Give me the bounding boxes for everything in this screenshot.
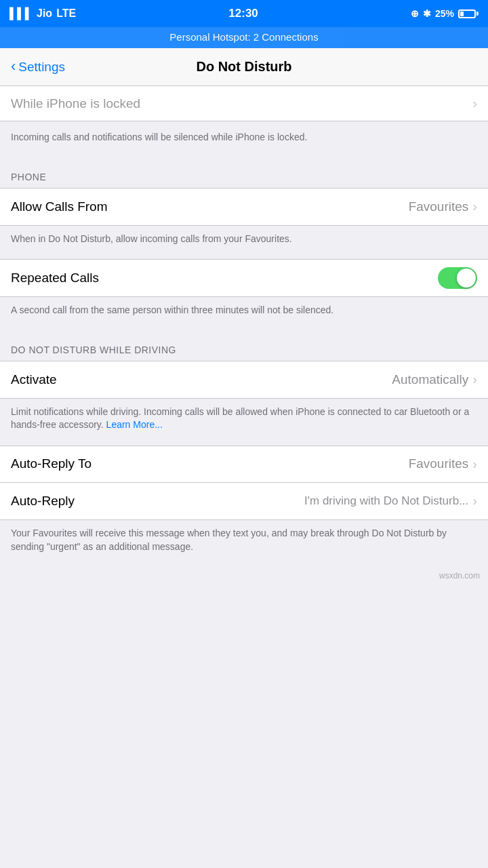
allow-calls-description: When in Do Not Disturb, allow incoming c… <box>0 226 488 260</box>
auto-reply-to-chevron-icon: › <box>472 456 477 472</box>
auto-reply-row[interactable]: Auto-Reply I'm driving with Do Not Distu… <box>0 483 488 519</box>
auto-reply-to-label: Auto-Reply To <box>11 456 92 471</box>
activate-label: Activate <box>11 372 57 387</box>
carrier-label: Jio <box>37 7 52 20</box>
phone-section-header: PHONE <box>0 158 488 188</box>
activate-group: Activate Automatically › <box>0 361 488 399</box>
nav-bar: ‹ Settings Do Not Disturb <box>0 48 488 86</box>
while-iphone-locked-row[interactable]: While iPhone is locked › <box>0 86 488 121</box>
back-button[interactable]: ‹ Settings <box>11 59 65 75</box>
repeated-calls-row: Repeated Calls <box>0 260 488 296</box>
auto-reply-to-row[interactable]: Auto-Reply To Favourites › <box>0 446 488 483</box>
auto-reply-chevron-icon: › <box>472 493 477 509</box>
battery-percent: 25% <box>435 8 454 19</box>
while-locked-label: While iPhone is locked <box>11 96 140 111</box>
hotspot-bar: Personal Hotspot: 2 Connections <box>0 27 488 48</box>
toggle-knob <box>457 269 476 288</box>
bluetooth-icon: ✱ <box>423 8 431 19</box>
while-locked-chevron-icon: › <box>472 96 477 111</box>
status-time: 12:30 <box>228 7 258 20</box>
activate-value: Automatically › <box>392 372 477 387</box>
allow-calls-group: Allow Calls From Favourites › <box>0 188 488 226</box>
locked-description: Incoming calls and notifications will be… <box>0 121 488 158</box>
repeated-calls-toggle[interactable] <box>438 267 477 289</box>
activate-row[interactable]: Activate Automatically › <box>0 361 488 398</box>
network-type: LTE <box>56 7 76 20</box>
allow-calls-from-value: Favourites › <box>409 199 477 214</box>
learn-more-link[interactable]: Learn More... <box>106 419 163 430</box>
battery-icon <box>458 9 479 18</box>
allow-calls-chevron-icon: › <box>472 199 477 214</box>
auto-reply-value: I'm driving with Do Not Disturb... › <box>304 493 477 509</box>
auto-reply-label: Auto-Reply <box>11 494 75 509</box>
driving-section-header: DO NOT DISTURB WHILE DRIVING <box>0 331 488 361</box>
watermark: wsxdn.com <box>0 567 488 585</box>
back-label: Settings <box>18 60 65 75</box>
status-right: ⊕ ✱ 25% <box>411 8 479 19</box>
settings-content: While iPhone is locked › Incoming calls … <box>0 86 488 585</box>
auto-reply-description: Your Favourites will receive this messag… <box>0 520 488 567</box>
back-chevron-icon: ‹ <box>11 58 16 75</box>
repeated-calls-group: Repeated Calls <box>0 259 488 297</box>
auto-reply-to-value: Favourites › <box>409 456 477 472</box>
page-title: Do Not Disturb <box>196 59 291 75</box>
activate-chevron-icon: › <box>472 372 477 387</box>
auto-reply-group: Auto-Reply To Favourites › Auto-Reply I'… <box>0 446 488 520</box>
repeated-calls-description: A second call from the same person withi… <box>0 297 488 331</box>
location-icon: ⊕ <box>411 8 419 19</box>
allow-calls-from-row[interactable]: Allow Calls From Favourites › <box>0 189 488 225</box>
status-left: ▌▌▌ Jio LTE <box>9 7 76 20</box>
status-bar: ▌▌▌ Jio LTE 12:30 ⊕ ✱ 25% <box>0 0 488 27</box>
driving-description: Limit notifications while driving. Incom… <box>0 399 488 446</box>
repeated-calls-label: Repeated Calls <box>11 271 99 285</box>
signal-bars: ▌▌▌ <box>9 7 33 20</box>
allow-calls-from-label: Allow Calls From <box>11 199 108 214</box>
